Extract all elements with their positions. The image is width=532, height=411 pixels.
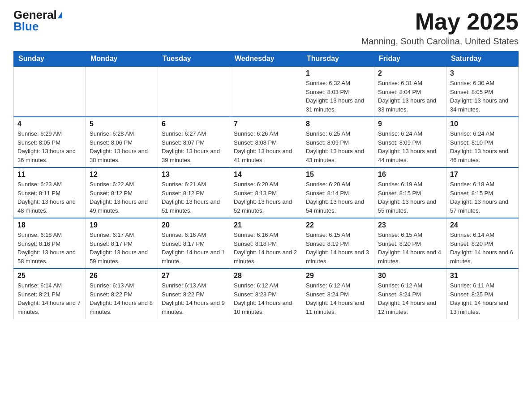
day-number: 8 <box>306 120 370 128</box>
calendar-cell: 6Sunrise: 6:27 AMSunset: 8:07 PMDaylight… <box>158 117 230 167</box>
day-number: 31 <box>450 272 515 280</box>
day-info: Sunrise: 6:12 AMSunset: 8:23 PMDaylight:… <box>234 281 298 316</box>
day-number: 3 <box>450 69 515 77</box>
day-number: 27 <box>162 272 226 280</box>
day-number: 28 <box>234 272 298 280</box>
day-info: Sunrise: 6:14 AMSunset: 8:21 PMDaylight:… <box>17 281 82 316</box>
day-info: Sunrise: 6:24 AMSunset: 8:09 PMDaylight:… <box>378 129 442 164</box>
calendar-cell <box>230 67 302 117</box>
location-text: Manning, South Carolina, United States <box>361 36 519 47</box>
day-header-sunday: Sunday <box>14 51 86 67</box>
day-info: Sunrise: 6:14 AMSunset: 8:20 PMDaylight:… <box>450 231 515 265</box>
day-header-thursday: Thursday <box>302 51 374 67</box>
day-number: 18 <box>17 221 82 229</box>
calendar-week-1: 1Sunrise: 6:32 AMSunset: 8:03 PMDaylight… <box>14 67 519 117</box>
day-number: 17 <box>450 171 515 179</box>
day-number: 7 <box>234 120 298 128</box>
day-number: 10 <box>450 120 515 128</box>
day-number: 5 <box>90 120 154 128</box>
day-header-monday: Monday <box>86 51 158 67</box>
calendar-week-2: 4Sunrise: 6:29 AMSunset: 8:05 PMDaylight… <box>14 117 519 167</box>
calendar-cell: 20Sunrise: 6:16 AMSunset: 8:17 PMDayligh… <box>158 218 230 269</box>
day-info: Sunrise: 6:16 AMSunset: 8:17 PMDaylight:… <box>162 231 226 265</box>
calendar-cell: 12Sunrise: 6:22 AMSunset: 8:12 PMDayligh… <box>86 167 158 218</box>
day-info: Sunrise: 6:28 AMSunset: 8:06 PMDaylight:… <box>90 129 154 164</box>
day-info: Sunrise: 6:15 AMSunset: 8:20 PMDaylight:… <box>378 231 442 265</box>
day-header-friday: Friday <box>374 51 446 67</box>
page-header: General Blue May 2025 Manning, South Car… <box>13 9 519 47</box>
calendar-cell: 13Sunrise: 6:21 AMSunset: 8:12 PMDayligh… <box>158 167 230 218</box>
calendar-cell <box>158 67 230 117</box>
calendar-cell: 27Sunrise: 6:13 AMSunset: 8:22 PMDayligh… <box>158 269 230 319</box>
day-number: 13 <box>162 171 226 179</box>
calendar-table: SundayMondayTuesdayWednesdayThursdayFrid… <box>13 51 519 319</box>
day-number: 16 <box>378 171 442 179</box>
day-info: Sunrise: 6:26 AMSunset: 8:08 PMDaylight:… <box>234 129 298 164</box>
day-info: Sunrise: 6:12 AMSunset: 8:24 PMDaylight:… <box>378 281 442 316</box>
calendar-cell: 21Sunrise: 6:16 AMSunset: 8:18 PMDayligh… <box>230 218 302 269</box>
calendar-week-4: 18Sunrise: 6:18 AMSunset: 8:16 PMDayligh… <box>14 218 519 269</box>
title-section: May 2025 Manning, South Carolina, United… <box>361 9 519 47</box>
day-info: Sunrise: 6:30 AMSunset: 8:05 PMDaylight:… <box>450 79 515 114</box>
day-number: 22 <box>306 221 370 229</box>
day-info: Sunrise: 6:25 AMSunset: 8:09 PMDaylight:… <box>306 129 370 164</box>
calendar-cell: 11Sunrise: 6:23 AMSunset: 8:11 PMDayligh… <box>14 167 86 218</box>
logo-triangle-icon <box>58 11 62 18</box>
day-info: Sunrise: 6:29 AMSunset: 8:05 PMDaylight:… <box>17 129 82 164</box>
day-info: Sunrise: 6:18 AMSunset: 8:15 PMDaylight:… <box>450 180 515 215</box>
calendar-week-3: 11Sunrise: 6:23 AMSunset: 8:11 PMDayligh… <box>14 167 519 218</box>
calendar-cell: 3Sunrise: 6:30 AMSunset: 8:05 PMDaylight… <box>446 67 519 117</box>
day-info: Sunrise: 6:11 AMSunset: 8:25 PMDaylight:… <box>450 281 515 316</box>
day-number: 30 <box>378 272 442 280</box>
day-info: Sunrise: 6:15 AMSunset: 8:19 PMDaylight:… <box>306 231 370 265</box>
calendar-cell: 23Sunrise: 6:15 AMSunset: 8:20 PMDayligh… <box>374 218 446 269</box>
logo-general-text: General <box>13 9 57 21</box>
calendar-cell: 16Sunrise: 6:19 AMSunset: 8:15 PMDayligh… <box>374 167 446 218</box>
calendar-cell: 26Sunrise: 6:13 AMSunset: 8:22 PMDayligh… <box>86 269 158 319</box>
day-info: Sunrise: 6:20 AMSunset: 8:14 PMDaylight:… <box>306 180 370 215</box>
logo: General Blue <box>13 9 62 32</box>
calendar-cell: 4Sunrise: 6:29 AMSunset: 8:05 PMDaylight… <box>14 117 86 167</box>
calendar-cell: 5Sunrise: 6:28 AMSunset: 8:06 PMDaylight… <box>86 117 158 167</box>
day-info: Sunrise: 6:12 AMSunset: 8:24 PMDaylight:… <box>306 281 370 316</box>
calendar-cell <box>86 67 158 117</box>
day-number: 19 <box>90 221 154 229</box>
day-info: Sunrise: 6:22 AMSunset: 8:12 PMDaylight:… <box>90 180 154 215</box>
calendar-cell: 30Sunrise: 6:12 AMSunset: 8:24 PMDayligh… <box>374 269 446 319</box>
calendar-cell: 28Sunrise: 6:12 AMSunset: 8:23 PMDayligh… <box>230 269 302 319</box>
day-number: 15 <box>306 171 370 179</box>
day-header-saturday: Saturday <box>446 51 519 67</box>
day-number: 1 <box>306 69 370 77</box>
day-info: Sunrise: 6:21 AMSunset: 8:12 PMDaylight:… <box>162 180 226 215</box>
calendar-cell: 14Sunrise: 6:20 AMSunset: 8:13 PMDayligh… <box>230 167 302 218</box>
day-number: 6 <box>162 120 226 128</box>
day-number: 21 <box>234 221 298 229</box>
day-info: Sunrise: 6:20 AMSunset: 8:13 PMDaylight:… <box>234 180 298 215</box>
calendar-cell: 8Sunrise: 6:25 AMSunset: 8:09 PMDaylight… <box>302 117 374 167</box>
calendar-cell: 19Sunrise: 6:17 AMSunset: 8:17 PMDayligh… <box>86 218 158 269</box>
month-title: May 2025 <box>361 9 519 34</box>
day-number: 29 <box>306 272 370 280</box>
calendar-cell: 24Sunrise: 6:14 AMSunset: 8:20 PMDayligh… <box>446 218 519 269</box>
calendar-cell: 2Sunrise: 6:31 AMSunset: 8:04 PMDaylight… <box>374 67 446 117</box>
day-number: 9 <box>378 120 442 128</box>
calendar-cell: 10Sunrise: 6:24 AMSunset: 8:10 PMDayligh… <box>446 117 519 167</box>
calendar-cell: 15Sunrise: 6:20 AMSunset: 8:14 PMDayligh… <box>302 167 374 218</box>
day-info: Sunrise: 6:23 AMSunset: 8:11 PMDaylight:… <box>17 180 82 215</box>
day-number: 23 <box>378 221 442 229</box>
day-number: 14 <box>234 171 298 179</box>
day-info: Sunrise: 6:27 AMSunset: 8:07 PMDaylight:… <box>162 129 226 164</box>
day-header-wednesday: Wednesday <box>230 51 302 67</box>
calendar-cell: 31Sunrise: 6:11 AMSunset: 8:25 PMDayligh… <box>446 269 519 319</box>
logo-blue-line: Blue <box>13 21 39 32</box>
day-info: Sunrise: 6:19 AMSunset: 8:15 PMDaylight:… <box>378 180 442 215</box>
day-number: 25 <box>17 272 82 280</box>
day-number: 2 <box>378 69 442 77</box>
day-info: Sunrise: 6:17 AMSunset: 8:17 PMDaylight:… <box>90 231 154 265</box>
calendar-cell: 1Sunrise: 6:32 AMSunset: 8:03 PMDaylight… <box>302 67 374 117</box>
calendar-cell: 9Sunrise: 6:24 AMSunset: 8:09 PMDaylight… <box>374 117 446 167</box>
day-number: 4 <box>17 120 82 128</box>
day-info: Sunrise: 6:13 AMSunset: 8:22 PMDaylight:… <box>162 281 226 316</box>
calendar-cell: 18Sunrise: 6:18 AMSunset: 8:16 PMDayligh… <box>14 218 86 269</box>
calendar-cell <box>14 67 86 117</box>
